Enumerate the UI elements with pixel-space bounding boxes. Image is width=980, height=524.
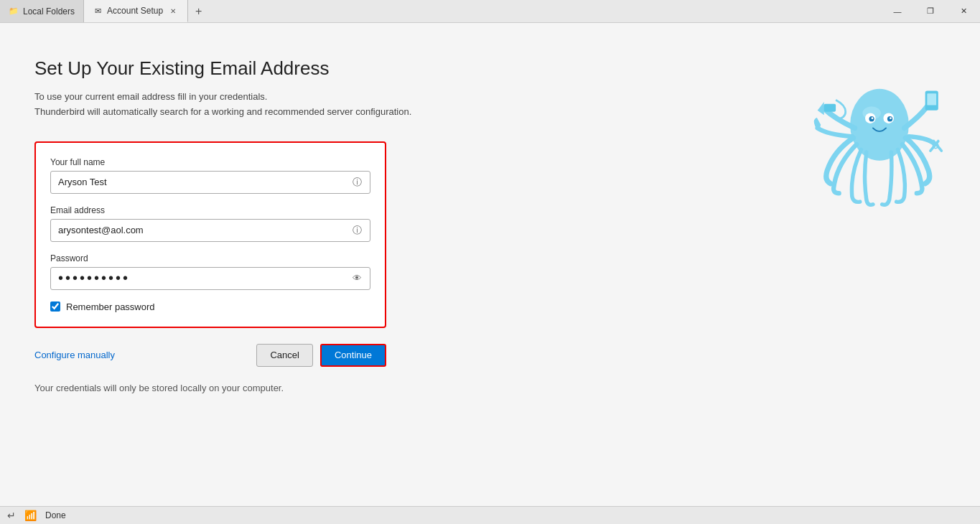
password-input-wrapper: 👁	[50, 267, 370, 290]
button-group: Cancel Continue	[256, 344, 386, 367]
content-area: Set Up Your Existing Email Address To us…	[0, 23, 779, 506]
page-heading: Set Up Your Existing Email Address	[34, 57, 745, 80]
tab-local-folders[interactable]: 📁 Local Folders	[0, 0, 84, 22]
remember-row: Remember password	[50, 301, 370, 312]
fullname-input[interactable]	[50, 171, 370, 194]
subtitle-line1: To use your current email address fill i…	[34, 91, 267, 102]
subtitle-line2: Thunderbird will automatically search fo…	[34, 106, 411, 117]
restore-button[interactable]: ❐	[914, 0, 947, 23]
password-input[interactable]	[50, 267, 370, 290]
illustration-area	[779, 23, 980, 506]
statusbar-text: Done	[45, 510, 66, 520]
password-toggle-icon[interactable]: 👁	[350, 272, 363, 285]
statusbar: ↵ 📶 Done	[0, 506, 980, 524]
svg-rect-11	[927, 93, 936, 105]
cancel-button[interactable]: Cancel	[256, 344, 312, 367]
fullname-input-wrapper: ⓘ	[50, 171, 370, 194]
configure-manually-link[interactable]: Configure manually	[34, 350, 256, 360]
email-tab-icon: ✉	[93, 6, 103, 16]
titlebar: 📁 Local Folders ✉ Account Setup ✕ + — ❐ …	[0, 0, 980, 23]
tab-account-setup[interactable]: ✉ Account Setup ✕	[84, 0, 188, 22]
minimize-button[interactable]: —	[881, 0, 914, 23]
password-label: Password	[50, 253, 370, 263]
svg-point-7	[890, 117, 892, 119]
tab-account-setup-label: Account Setup	[107, 6, 163, 16]
octopus-illustration	[808, 66, 951, 210]
close-button[interactable]: ✕	[947, 0, 980, 23]
statusbar-signal-icon: 📶	[24, 510, 37, 521]
window-controls: — ❐ ✕	[881, 0, 980, 22]
page-subtitle: To use your current email address fill i…	[34, 90, 745, 120]
new-tab-button[interactable]: +	[188, 0, 209, 22]
tab-local-folders-label: Local Folders	[23, 6, 75, 17]
tab-list: 📁 Local Folders ✉ Account Setup ✕ +	[0, 0, 881, 22]
tab-close-button[interactable]: ✕	[167, 5, 179, 17]
statusbar-arrow-icon: ↵	[7, 510, 16, 521]
email-info-icon[interactable]: ⓘ	[350, 224, 363, 237]
main-area: Set Up Your Existing Email Address To us…	[0, 23, 980, 506]
email-label: Email address	[50, 205, 370, 215]
fullname-label: Your full name	[50, 157, 370, 167]
email-field-group: Email address ⓘ	[50, 205, 370, 242]
email-input-wrapper: ⓘ	[50, 219, 370, 242]
email-input[interactable]	[50, 219, 370, 242]
svg-point-6	[872, 117, 874, 119]
fullname-field-group: Your full name ⓘ	[50, 157, 370, 194]
folder-icon: 📁	[9, 6, 19, 17]
password-field-group: Password 👁	[50, 253, 370, 290]
svg-marker-8	[818, 102, 824, 115]
credentials-note: Your credentials will only be stored loc…	[34, 383, 745, 393]
remember-label: Remember password	[66, 301, 155, 312]
svg-rect-9	[824, 104, 836, 112]
fullname-info-icon[interactable]: ⓘ	[350, 176, 363, 189]
continue-button[interactable]: Continue	[320, 344, 386, 367]
remember-checkbox[interactable]	[50, 301, 60, 312]
form-box: Your full name ⓘ Email address ⓘ Passwor…	[34, 141, 386, 328]
action-row: Configure manually Cancel Continue	[34, 344, 386, 367]
